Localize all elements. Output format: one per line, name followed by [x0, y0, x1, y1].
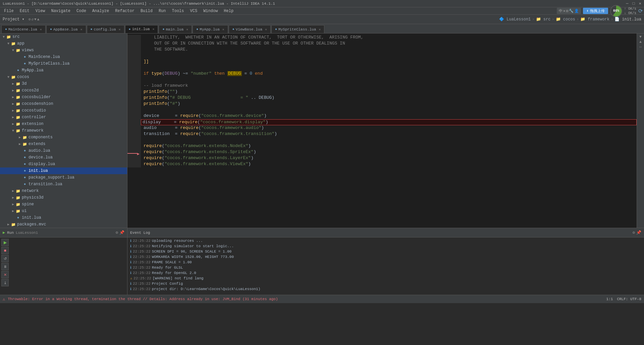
tree-item-framework[interactable]: ▼ 📁 framework: [0, 127, 127, 134]
breadcrumb-project[interactable]: 🔷 LuaLesson1: [499, 17, 531, 22]
tab-close[interactable]: ✕: [186, 27, 188, 31]
tree-item-packages-mvc[interactable]: ▶ 📁 packages.mvc: [0, 221, 127, 228]
tree-item-myspriteclass[interactable]: ● MySpriteClass.lua: [0, 60, 127, 67]
right-tool-1[interactable]: ▼: [639, 35, 642, 39]
tree-item-transition[interactable]: ● transition.lua: [0, 181, 127, 188]
tree-item-views[interactable]: ▼ 📁 views: [0, 47, 127, 54]
expand-arrow: ▶: [11, 88, 15, 92]
tab-close[interactable]: ✕: [265, 27, 267, 31]
tree-item-components[interactable]: ▶ 📁 components: [0, 134, 127, 141]
tab-close[interactable]: ✕: [319, 27, 321, 31]
menu-window[interactable]: Window: [201, 8, 220, 14]
code-content[interactable]: LIABILITY, WHETHER IN AN ACTION OF CONTR…: [127, 33, 637, 228]
tree-item-device[interactable]: ● device.lua: [0, 154, 127, 161]
breadcrumb-initlua[interactable]: 📄 init.lua: [614, 17, 641, 22]
menu-edit[interactable]: Edit: [17, 8, 32, 14]
folder-icon: 📁: [15, 108, 21, 113]
menu-vcs[interactable]: VCS: [187, 8, 200, 14]
status-error-text[interactable]: Throwable: Error in a Working thread, te…: [8, 297, 278, 301]
log-settings-icon[interactable]: ⚙: [633, 230, 635, 235]
run-scroll-button[interactable]: ⤓: [1, 279, 9, 286]
tree-item-mainscene[interactable]: ● MainScene.lua: [0, 54, 127, 60]
tab-myapp[interactable]: ● MyApp.lua ✕: [193, 25, 228, 33]
right-tool-3[interactable]: ↔: [639, 45, 642, 49]
toolbar-icon-3[interactable]: ▼: [34, 17, 37, 21]
code-editor[interactable]: LIABILITY, WHETHER IN AN ACTION OF CONTR…: [127, 33, 637, 228]
tree-item-app[interactable]: ▼ 📁 app: [0, 40, 127, 47]
tab-close[interactable]: ✕: [80, 27, 83, 31]
run-clear-button[interactable]: ✕: [1, 271, 9, 278]
right-tool-2[interactable]: ▲: [639, 40, 642, 44]
code-line-viewex: require("cocos.framework.extends.ViewEx"…: [127, 161, 637, 167]
tree-item-cocosbuilder[interactable]: ▶ 📁 cocosbuilder: [0, 94, 127, 100]
expand-arrow: ▶: [11, 95, 15, 99]
tab-main[interactable]: ● main.lua ✕: [159, 25, 192, 33]
tree-item-package-support[interactable]: ● package_support.lua: [0, 174, 127, 181]
run-pin-icon[interactable]: 📌: [119, 230, 124, 235]
tab-close[interactable]: ✕: [152, 27, 154, 31]
run-play-button[interactable]: ▶: [1, 239, 9, 246]
menu-code[interactable]: Code: [74, 8, 89, 14]
run-settings-icon[interactable]: ⚙: [116, 230, 118, 235]
menu-analyze[interactable]: Analyze: [90, 8, 112, 14]
tree-item-display[interactable]: ● display.lua: [0, 161, 127, 167]
tree-item-ui[interactable]: ▶ 📁 ui: [0, 208, 127, 214]
run-rerun-button[interactable]: ↺: [1, 255, 9, 262]
tab-viewbase[interactable]: ● ViewBase.lua ✕: [229, 25, 271, 33]
tree-item-cocostudio[interactable]: ▶ 📁 cocostudio: [0, 107, 127, 114]
menu-tools[interactable]: Tools: [169, 8, 187, 14]
toolbar-icon-2[interactable]: ↺: [31, 17, 34, 21]
tree-item-initlua2[interactable]: ● init.lua: [0, 214, 127, 221]
tree-item-cocosdenshion[interactable]: ▶ 📁 cocosdenshion: [0, 100, 127, 107]
menu-view[interactable]: View: [33, 8, 48, 14]
search-everywhere[interactable]: 中 ✕ ⊡ 🔧 👤: [557, 8, 581, 14]
menu-run[interactable]: Run: [156, 8, 169, 14]
tree-item-init[interactable]: ● init.lua: [0, 167, 127, 174]
menu-file[interactable]: File: [1, 8, 16, 14]
breadcrumb-framework[interactable]: 📁 framework: [580, 17, 609, 22]
run-pause-button[interactable]: ⏸: [1, 263, 9, 270]
log-icon: ℹ: [130, 287, 131, 291]
tree-item-extension[interactable]: ▶ 📁 extension: [0, 121, 127, 127]
tab-initlua[interactable]: ● init.lua ✕: [125, 25, 158, 33]
tree-item-spine[interactable]: ▶ 📁 spine: [0, 201, 127, 208]
tab-close[interactable]: ✕: [40, 27, 42, 31]
tree-item-cocos[interactable]: ▼ 📁 cocos: [0, 74, 127, 80]
project-breadcrumb: Project ▾ ⚙ ↺ ▼ ▲ 🔷 LuaLesson1 › 📁 src ›…: [0, 15, 644, 24]
menu-help[interactable]: Help: [221, 8, 236, 14]
toolbar-icon-4[interactable]: ▲: [37, 17, 40, 21]
expand-arrow: ▶: [11, 202, 15, 206]
menu-refactor[interactable]: Refactor: [112, 8, 137, 14]
tree-item-cocos2d[interactable]: ▶ 📁 cocos2d: [0, 87, 127, 94]
tab-close[interactable]: ✕: [119, 27, 121, 31]
tab-close[interactable]: ✕: [222, 27, 224, 31]
tree-item-audio[interactable]: ● audio.lua: [0, 147, 127, 154]
log-entry: ℹ 22:25:22 SCREEN DPI = 96, SCREEN SCALE…: [130, 249, 641, 254]
tab-myspriteclass[interactable]: ● MySpriteClass.lua ✕: [271, 25, 324, 33]
tree-item-3d[interactable]: ▶ 📁 3d: [0, 80, 127, 87]
tree-item-network[interactable]: ▶ 📁 network: [0, 188, 127, 194]
run-stop-button[interactable]: ■: [1, 247, 9, 254]
log-text: Ready for OpenGL 2.0: [152, 271, 196, 275]
tree-item-controller[interactable]: ▶ 📁 controller: [0, 114, 127, 121]
tree-item-physics3d[interactable]: ▶ 📁 physics3d: [0, 194, 127, 201]
project-dropdown[interactable]: Project ▾: [3, 17, 24, 22]
upload-button[interactable]: ⬆拖拽上传: [583, 8, 608, 14]
code-line: OUT OF OR IN CONNECTION WITH THE SOFTWAR…: [127, 41, 637, 47]
log-icon: ℹ: [130, 271, 131, 275]
tree-item-extends[interactable]: ▶ 📁 extends: [0, 141, 127, 147]
tab-config[interactable]: ● config.lua ✕: [87, 25, 124, 33]
breadcrumb-cocos[interactable]: 📁 cocos: [556, 17, 575, 22]
toolbar-icon-1[interactable]: ⚙: [29, 17, 31, 21]
menu-build[interactable]: Build: [138, 8, 155, 14]
log-pin-icon[interactable]: 📌: [636, 230, 641, 235]
tab-appbase[interactable]: ● AppBase.lua ✕: [46, 25, 86, 33]
sync-icon[interactable]: ⟳: [638, 8, 643, 14]
tree-item-src[interactable]: ▼ 📁 src: [0, 33, 127, 40]
folder-icon: 📁: [6, 34, 11, 40]
menu-navigate[interactable]: Navigate: [48, 8, 73, 14]
log-text: Notifying simulator to start logic...: [152, 244, 234, 248]
breadcrumb-src[interactable]: 📁 src: [536, 17, 551, 22]
tab-mainscene[interactable]: ● MainScene.lua ✕: [1, 25, 46, 33]
tree-item-myapp[interactable]: ● MyApp.lua: [0, 67, 127, 74]
